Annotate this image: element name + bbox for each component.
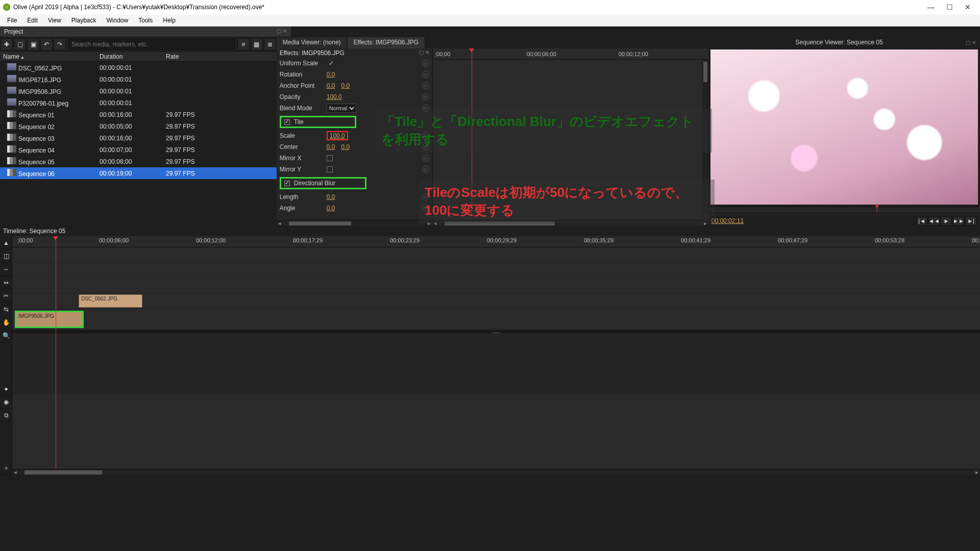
- slip-tool[interactable]: ⇆: [0, 303, 12, 316]
- new-folder-button[interactable]: ▢: [14, 38, 26, 51]
- menu-tools[interactable]: Tools: [133, 15, 158, 26]
- menu-edit[interactable]: Edit: [22, 15, 43, 26]
- keyframe-icon[interactable]: ◇: [422, 93, 429, 101]
- prop-scale-value[interactable]: 100.0: [327, 131, 348, 140]
- undo-button[interactable]: ↶: [40, 38, 53, 51]
- fastfwd-button[interactable]: ►►: [953, 216, 964, 226]
- clip-dsc0562[interactable]: DSC_0562.JPG: [79, 294, 142, 308]
- go-start-button[interactable]: |◄: [916, 216, 927, 226]
- view-list-button[interactable]: ≡: [237, 38, 250, 51]
- viewer-scrubber[interactable]: [708, 207, 980, 213]
- prop-center-x[interactable]: 0.0: [327, 143, 335, 151]
- roll-tool[interactable]: ⇔: [0, 276, 12, 289]
- keyframe-icon[interactable]: ◇: [422, 60, 429, 67]
- video-track[interactable]: [12, 247, 980, 263]
- search-input[interactable]: [68, 39, 235, 50]
- prop-mirrory-checkbox[interactable]: [327, 166, 333, 172]
- timeline-ruler[interactable]: ;00;0000;00;06;0000;00;12;0000;00;17;290…: [12, 236, 980, 247]
- project-item[interactable]: IMGP6716.JPG00:00:00:01: [0, 73, 277, 85]
- keyframe-icon[interactable]: ◇: [422, 155, 429, 162]
- timeline-playhead[interactable]: [56, 238, 56, 469]
- viewer-canvas[interactable]: [710, 49, 978, 205]
- marquee-tool[interactable]: ◫: [0, 249, 12, 263]
- prop-opacity-value[interactable]: 100.0: [327, 93, 342, 101]
- effect-tile-header[interactable]: Tile: [280, 116, 356, 128]
- view-grid-button[interactable]: ▦: [251, 38, 263, 51]
- effects-ruler[interactable]: ;00;00 00;00;06;00 00;00;12;00: [433, 48, 708, 60]
- import-button[interactable]: ▣: [27, 38, 39, 51]
- link-button[interactable]: ⧉: [0, 409, 12, 422]
- project-item[interactable]: Sequence 0400:00:07;0029.97 FPS: [0, 144, 277, 156]
- view-tree-button[interactable]: ≣: [264, 38, 276, 51]
- timeline-main[interactable]: ;00;0000;00;06;0000;00;12;0000;00;17;290…: [12, 236, 980, 475]
- project-item[interactable]: Sequence 0200:00:05;0029.97 FPS: [0, 120, 277, 132]
- prop-mirrorx-checkbox[interactable]: [327, 155, 333, 161]
- tab-effects[interactable]: Effects: IMGP9506.JPG: [348, 37, 425, 48]
- razor-tool[interactable]: ✂: [0, 289, 12, 303]
- record-button[interactable]: ●: [0, 382, 12, 395]
- audio-track[interactable]: [12, 379, 980, 394]
- zoom-tool[interactable]: 🔍: [0, 329, 12, 342]
- viewer-hscroll[interactable]: [708, 213, 980, 216]
- effect-dirblur-header[interactable]: Directional Blur: [280, 177, 366, 189]
- prop-length-value[interactable]: 0.0: [327, 193, 335, 201]
- menu-help[interactable]: Help: [158, 15, 181, 26]
- col-duration[interactable]: Duration: [100, 53, 166, 60]
- prop-center-y[interactable]: 0.0: [341, 143, 350, 151]
- project-item[interactable]: P3200796-01.jpeg00:00:00:01: [0, 97, 277, 109]
- item-duration: 00:00:00:01: [100, 64, 166, 71]
- video-track[interactable]: DSC_0562.JPG: [12, 293, 980, 309]
- audio-track[interactable]: [12, 348, 980, 364]
- viewer-timecode[interactable]: 00:00:02;11: [712, 217, 916, 224]
- prop-angle-value[interactable]: 0.0: [327, 205, 335, 212]
- project-item[interactable]: DSC_0562.JPG00:00:00:01: [0, 62, 277, 73]
- project-item[interactable]: Sequence 0100:00:16;0029.97 FPS: [0, 109, 277, 120]
- tab-media-viewer[interactable]: Media Viewer: (none): [277, 37, 348, 48]
- video-track[interactable]: IMGP9506.JPG: [12, 309, 980, 330]
- mic-button[interactable]: ◉: [0, 395, 12, 409]
- effect-dirblur-checkbox[interactable]: [284, 181, 290, 186]
- keyframe-icon[interactable]: ◇: [422, 82, 429, 89]
- project-item[interactable]: IMGP9506.JPG00:00:00:01: [0, 85, 277, 97]
- keyframe-icon[interactable]: ◇: [422, 71, 429, 78]
- timeline-hscroll[interactable]: ◄►: [12, 469, 980, 475]
- prop-rotation-value[interactable]: 0.0: [327, 71, 335, 78]
- window-minimize[interactable]: —: [922, 3, 940, 11]
- video-track[interactable]: [12, 263, 980, 278]
- keyframe-icon[interactable]: ◇: [422, 166, 429, 173]
- prop-anchor-y[interactable]: 0.0: [341, 82, 350, 89]
- audio-track[interactable]: [12, 333, 980, 348]
- redo-button[interactable]: ↷: [54, 38, 66, 51]
- viewer-playhead[interactable]: [877, 207, 877, 213]
- menu-view[interactable]: View: [43, 15, 66, 26]
- clip-imgp9506[interactable]: IMGP9506.JPG: [15, 311, 84, 328]
- pointer-tool[interactable]: ▲: [0, 236, 12, 249]
- play-button[interactable]: ►: [941, 216, 952, 226]
- effect-tile-checkbox[interactable]: [284, 119, 290, 125]
- project-item[interactable]: Sequence 0300:00:16;0029.97 FPS: [0, 132, 277, 144]
- menu-file[interactable]: File: [2, 15, 22, 26]
- new-button[interactable]: ✚: [1, 38, 13, 51]
- prop-anchor-x[interactable]: 0.0: [327, 82, 335, 89]
- prop-blend-select[interactable]: Normal: [327, 104, 356, 113]
- menu-playback[interactable]: Playback: [66, 15, 102, 26]
- ripple-tool[interactable]: ↔: [0, 263, 12, 276]
- effects-props-hscroll[interactable]: ◄►: [277, 220, 432, 226]
- project-item[interactable]: Sequence 0500:00:08;0029.97 FPS: [0, 156, 277, 167]
- rewind-button[interactable]: ◄◄: [928, 216, 940, 226]
- col-rate[interactable]: Rate: [166, 53, 277, 60]
- menu-window[interactable]: Window: [102, 15, 134, 26]
- go-end-button[interactable]: ►|: [965, 216, 976, 226]
- col-name[interactable]: Name: [3, 53, 19, 60]
- audio-track[interactable]: [12, 364, 980, 379]
- project-undock-icon[interactable]: ▢ ✕: [277, 28, 287, 34]
- prop-center-label: Center: [280, 143, 327, 151]
- add-track-button[interactable]: ＋: [0, 462, 12, 475]
- project-item[interactable]: Sequence 0600:00:19;0029.97 FPS: [0, 167, 277, 179]
- viewer-undock-icon[interactable]: ▢ ✕: [966, 40, 976, 45]
- hand-tool[interactable]: ✋: [0, 316, 12, 329]
- video-track[interactable]: [12, 278, 980, 293]
- window-close[interactable]: ✕: [959, 3, 977, 11]
- window-maximize[interactable]: ☐: [940, 3, 959, 11]
- effects-undock-icon[interactable]: ▢ ✕: [419, 49, 429, 55]
